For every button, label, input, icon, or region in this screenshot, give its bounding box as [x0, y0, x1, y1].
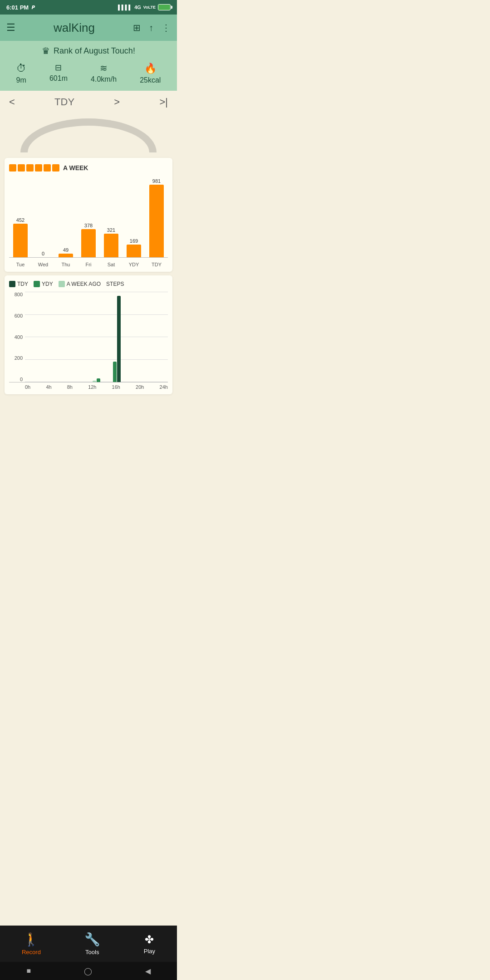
hourly-tdy-bar — [117, 296, 121, 382]
bar-value-label: 378 — [84, 223, 93, 228]
hourly-col — [127, 292, 147, 382]
app-title: walKing — [15, 21, 133, 35]
y-label-0: 0 — [20, 377, 23, 382]
bar-day-label: Tue — [9, 262, 32, 267]
chart-period-label: TDY — [54, 96, 74, 108]
hourly-col — [25, 292, 45, 382]
x-4h: 4h — [46, 384, 51, 390]
next-button[interactable]: > — [114, 96, 120, 108]
bar-day-label: TDY — [145, 262, 168, 267]
status-bar: 6:01 PM 𝙋 ▌▌▌▌ 4G VoLTE — [0, 0, 177, 15]
legend-tdy: TDY — [9, 281, 28, 287]
timer-icon: ⏱ — [16, 63, 26, 74]
tdy-dot — [9, 281, 15, 287]
weekly-bar-group: 321 — [100, 227, 122, 257]
bar-value-label: 452 — [16, 217, 24, 223]
app-bar: ☰ walKing ⊞ ↑ ⋮ — [0, 15, 177, 41]
legend-box-3 — [26, 164, 34, 172]
weekly-bar-group: 169 — [122, 238, 145, 257]
bar-value-label: 49 — [63, 247, 69, 253]
stat-time: ⏱ 9m — [16, 63, 26, 84]
legend-boxes — [9, 164, 59, 172]
stat-calories: 🔥 25kcal — [140, 63, 161, 84]
hourly-bars-wrapper — [25, 292, 168, 382]
bar-value-label: 0 — [42, 251, 44, 256]
stat-speed-value: 4.0km/h — [91, 75, 117, 83]
hourly-col — [86, 292, 107, 382]
crown-icon: ♛ — [42, 45, 50, 56]
ydy-label: YDY — [42, 281, 53, 287]
signal-icon: ▌▌▌▌ — [118, 5, 132, 10]
weekly-bar-group: 0 — [32, 251, 54, 257]
share-button[interactable]: ↑ — [149, 23, 153, 33]
rank-banner: ♛ Rank of August Touch! — [0, 41, 177, 59]
weekly-bar-group: 49 — [54, 247, 77, 257]
weekly-bar — [13, 224, 28, 257]
stat-time-value: 9m — [16, 76, 26, 84]
bar-day-label: Sat — [100, 262, 122, 267]
fire-icon: 🔥 — [144, 63, 157, 74]
chart-nav: < TDY > >| — [0, 91, 177, 112]
bar-value-label: 981 — [152, 178, 161, 184]
legend-box-5 — [44, 164, 51, 172]
week-dot — [59, 281, 65, 287]
semicircle-shape — [20, 118, 157, 152]
weekly-bar-group: 452 — [9, 217, 32, 257]
weekly-bar — [149, 185, 164, 257]
bar-day-label: Fri — [77, 262, 100, 267]
hourly-bars — [25, 292, 168, 382]
hourly-ydy-bar — [97, 378, 100, 382]
bar-day-label: YDY — [122, 262, 145, 267]
ruler-icon: ⊟ — [55, 63, 62, 73]
x-12h: 12h — [88, 384, 96, 390]
hourly-col — [147, 292, 168, 382]
hourly-col — [66, 292, 86, 382]
weekly-legend-label: A WEEK — [63, 164, 88, 172]
status-left: 6:01 PM 𝙋 — [6, 4, 34, 11]
legend-box-1 — [9, 164, 16, 172]
stats-row: ⏱ 9m ⊟ 601m ≋ 4.0km/h 🔥 25kcal — [0, 59, 177, 91]
x-20h: 20h — [136, 384, 144, 390]
weekly-bar-chart: 452049378321169981 — [9, 176, 168, 258]
bar-day-label: Wed — [32, 262, 54, 267]
prev-button[interactable]: < — [9, 96, 15, 108]
ydy-dot — [34, 281, 40, 287]
legend-box-2 — [18, 164, 25, 172]
hourly-y-axis: 800 600 400 200 0 — [9, 292, 25, 382]
chart-button[interactable]: ⊞ — [133, 22, 141, 33]
legend-box-4 — [35, 164, 42, 172]
bar-value-label: 321 — [107, 227, 115, 233]
last-button[interactable]: >| — [159, 96, 168, 108]
weekly-bar — [127, 245, 141, 257]
hourly-week-bar — [93, 381, 96, 382]
carrier-icon: 𝙋 — [31, 5, 34, 10]
steps-label: STEPS — [106, 281, 124, 287]
stat-speed: ≋ 4.0km/h — [91, 63, 117, 84]
x-16h: 16h — [112, 384, 120, 390]
x-24h: 24h — [160, 384, 168, 390]
app-bar-actions: ⊞ ↑ ⋮ — [133, 22, 171, 33]
y-label-200: 200 — [15, 355, 23, 361]
stat-calories-value: 25kcal — [140, 76, 161, 84]
hourly-legend: TDY YDY A WEEK AGO STEPS — [9, 281, 168, 287]
rank-text: Rank of August Touch! — [54, 46, 135, 56]
legend-box-6 — [52, 164, 59, 172]
y-label-600: 600 — [15, 313, 23, 318]
tdy-label: TDY — [17, 281, 28, 287]
bar-day-label: Thu — [54, 262, 77, 267]
volte-label: VoLTE — [143, 5, 156, 10]
x-8h: 8h — [67, 384, 73, 390]
stat-distance-value: 601m — [49, 74, 68, 83]
y-label-800: 800 — [15, 292, 23, 297]
weekly-bar-group: 378 — [77, 223, 100, 257]
weekly-bar — [104, 234, 118, 257]
bar-value-label: 169 — [130, 238, 138, 244]
x-0h: 0h — [25, 384, 30, 390]
weekly-chart-legend: A WEEK — [9, 164, 168, 172]
status-time: 6:01 PM — [6, 4, 29, 11]
hourly-x-axis: 0h 4h 8h 12h 16h 20h 24h — [9, 384, 168, 390]
menu-button[interactable]: ☰ — [6, 22, 15, 34]
legend-ydy: YDY — [34, 281, 53, 287]
legend-week: A WEEK AGO — [59, 281, 101, 287]
more-button[interactable]: ⋮ — [162, 22, 171, 33]
